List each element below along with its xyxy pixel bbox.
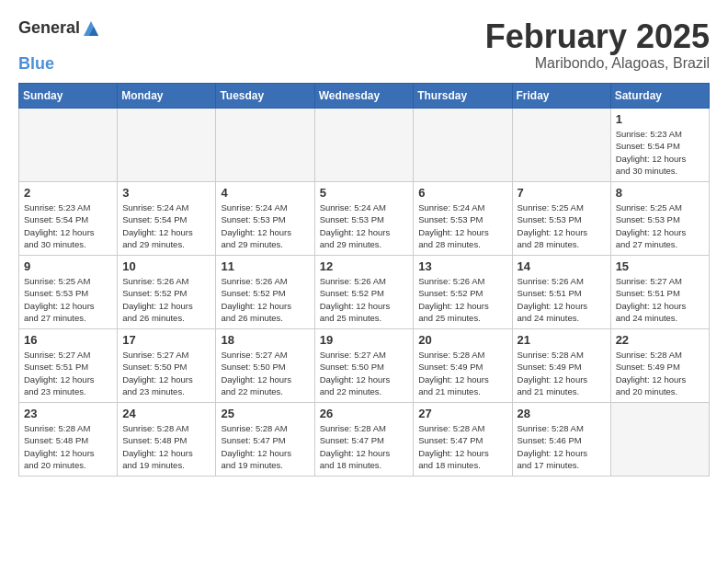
day-number: 23	[24, 407, 112, 420]
day-info: Sunrise: 5:27 AM Sunset: 5:50 PM Dayligh…	[320, 349, 409, 397]
weekday-header-monday: Monday	[118, 84, 216, 109]
day-cell: 27Sunrise: 5:28 AM Sunset: 5:47 PM Dayli…	[414, 403, 512, 477]
day-number: 20	[418, 333, 506, 347]
day-cell	[314, 109, 414, 182]
day-number: 25	[221, 407, 309, 420]
day-cell: 8Sunrise: 5:25 AM Sunset: 5:53 PM Daylig…	[610, 182, 709, 256]
day-cell: 5Sunrise: 5:24 AM Sunset: 5:53 PM Daylig…	[314, 182, 414, 256]
day-cell: 22Sunrise: 5:28 AM Sunset: 5:49 PM Dayli…	[610, 329, 709, 403]
day-info: Sunrise: 5:27 AM Sunset: 5:50 PM Dayligh…	[122, 349, 210, 397]
day-info: Sunrise: 5:24 AM Sunset: 5:54 PM Dayligh…	[122, 201, 210, 250]
day-cell: 6Sunrise: 5:24 AM Sunset: 5:53 PM Daylig…	[414, 182, 512, 256]
day-info: Sunrise: 5:25 AM Sunset: 5:53 PM Dayligh…	[616, 201, 704, 250]
day-cell	[610, 403, 709, 477]
day-number: 16	[24, 333, 112, 347]
day-cell	[118, 109, 216, 182]
day-cell: 13Sunrise: 5:26 AM Sunset: 5:52 PM Dayli…	[414, 256, 512, 329]
weekday-header-thursday: Thursday	[414, 84, 512, 109]
day-number: 9	[24, 259, 112, 273]
calendar-table: SundayMondayTuesdayWednesdayThursdayFrid…	[18, 83, 710, 477]
day-info: Sunrise: 5:28 AM Sunset: 5:47 PM Dayligh…	[418, 422, 506, 471]
header: General Blue February 2025 Maribondo, Al…	[18, 18, 710, 74]
week-row-5: 23Sunrise: 5:28 AM Sunset: 5:48 PM Dayli…	[19, 403, 710, 477]
day-cell: 9Sunrise: 5:25 AM Sunset: 5:53 PM Daylig…	[19, 256, 118, 329]
day-number: 2	[24, 186, 112, 200]
day-cell: 11Sunrise: 5:26 AM Sunset: 5:52 PM Dayli…	[216, 256, 314, 329]
day-cell: 14Sunrise: 5:26 AM Sunset: 5:51 PM Dayli…	[512, 256, 610, 329]
day-cell: 12Sunrise: 5:26 AM Sunset: 5:52 PM Dayli…	[314, 256, 414, 329]
day-cell: 19Sunrise: 5:27 AM Sunset: 5:50 PM Dayli…	[314, 329, 414, 403]
day-cell: 10Sunrise: 5:26 AM Sunset: 5:52 PM Dayli…	[118, 256, 216, 329]
day-info: Sunrise: 5:27 AM Sunset: 5:51 PM Dayligh…	[24, 349, 112, 397]
day-info: Sunrise: 5:26 AM Sunset: 5:52 PM Dayligh…	[122, 275, 210, 324]
day-cell	[19, 109, 118, 182]
day-info: Sunrise: 5:24 AM Sunset: 5:53 PM Dayligh…	[320, 201, 409, 250]
day-info: Sunrise: 5:28 AM Sunset: 5:48 PM Dayligh…	[24, 422, 112, 471]
day-cell	[414, 109, 512, 182]
day-cell: 21Sunrise: 5:28 AM Sunset: 5:49 PM Dayli…	[512, 329, 610, 403]
day-number: 26	[320, 407, 409, 420]
day-number: 14	[518, 259, 606, 273]
day-cell	[216, 109, 314, 182]
day-number: 28	[518, 407, 606, 420]
weekday-header-tuesday: Tuesday	[216, 84, 314, 109]
day-info: Sunrise: 5:28 AM Sunset: 5:46 PM Dayligh…	[518, 422, 606, 471]
day-number: 3	[122, 186, 210, 200]
week-row-2: 2Sunrise: 5:23 AM Sunset: 5:54 PM Daylig…	[19, 182, 710, 256]
logo-text-general: General	[18, 18, 80, 38]
day-info: Sunrise: 5:28 AM Sunset: 5:49 PM Dayligh…	[418, 349, 506, 397]
day-number: 27	[418, 407, 506, 420]
day-number: 11	[221, 259, 309, 273]
day-number: 8	[616, 186, 704, 200]
day-number: 7	[518, 186, 606, 200]
day-cell: 24Sunrise: 5:28 AM Sunset: 5:48 PM Dayli…	[118, 403, 216, 477]
day-info: Sunrise: 5:28 AM Sunset: 5:47 PM Dayligh…	[320, 422, 409, 471]
title-area: February 2025 Maribondo, Alagoas, Brazil	[485, 18, 710, 72]
day-info: Sunrise: 5:26 AM Sunset: 5:52 PM Dayligh…	[418, 275, 506, 324]
day-info: Sunrise: 5:26 AM Sunset: 5:52 PM Dayligh…	[320, 275, 409, 324]
day-info: Sunrise: 5:27 AM Sunset: 5:50 PM Dayligh…	[221, 349, 309, 397]
week-row-4: 16Sunrise: 5:27 AM Sunset: 5:51 PM Dayli…	[19, 329, 710, 403]
day-cell: 20Sunrise: 5:28 AM Sunset: 5:49 PM Dayli…	[414, 329, 512, 403]
day-cell: 15Sunrise: 5:27 AM Sunset: 5:51 PM Dayli…	[610, 256, 709, 329]
day-cell: 17Sunrise: 5:27 AM Sunset: 5:50 PM Dayli…	[118, 329, 216, 403]
day-info: Sunrise: 5:25 AM Sunset: 5:53 PM Dayligh…	[518, 201, 606, 250]
day-info: Sunrise: 5:28 AM Sunset: 5:48 PM Dayligh…	[122, 422, 210, 471]
weekday-header-friday: Friday	[512, 84, 610, 109]
location-title: Maribondo, Alagoas, Brazil	[485, 55, 710, 72]
week-row-1: 1Sunrise: 5:23 AM Sunset: 5:54 PM Daylig…	[19, 109, 710, 182]
weekday-header-row: SundayMondayTuesdayWednesdayThursdayFrid…	[19, 84, 710, 109]
day-number: 5	[320, 186, 409, 200]
day-number: 15	[616, 259, 704, 273]
day-number: 19	[320, 333, 409, 347]
day-number: 21	[518, 333, 606, 347]
day-info: Sunrise: 5:26 AM Sunset: 5:51 PM Dayligh…	[518, 275, 606, 324]
day-number: 18	[221, 333, 309, 347]
day-cell: 2Sunrise: 5:23 AM Sunset: 5:54 PM Daylig…	[19, 182, 118, 256]
day-number: 4	[221, 186, 309, 200]
day-number: 1	[616, 112, 704, 126]
day-info: Sunrise: 5:27 AM Sunset: 5:51 PM Dayligh…	[616, 275, 704, 324]
day-info: Sunrise: 5:24 AM Sunset: 5:53 PM Dayligh…	[221, 201, 309, 250]
weekday-header-wednesday: Wednesday	[314, 84, 414, 109]
month-title: February 2025	[485, 18, 710, 55]
day-cell: 28Sunrise: 5:28 AM Sunset: 5:46 PM Dayli…	[512, 403, 610, 477]
day-info: Sunrise: 5:25 AM Sunset: 5:53 PM Dayligh…	[24, 275, 112, 324]
weekday-header-saturday: Saturday	[610, 84, 709, 109]
day-info: Sunrise: 5:28 AM Sunset: 5:49 PM Dayligh…	[616, 349, 704, 397]
day-cell: 3Sunrise: 5:24 AM Sunset: 5:54 PM Daylig…	[118, 182, 216, 256]
day-info: Sunrise: 5:23 AM Sunset: 5:54 PM Dayligh…	[616, 128, 704, 177]
logo-text-blue: Blue	[18, 54, 54, 74]
day-cell: 16Sunrise: 5:27 AM Sunset: 5:51 PM Dayli…	[19, 329, 118, 403]
day-info: Sunrise: 5:23 AM Sunset: 5:54 PM Dayligh…	[24, 201, 112, 250]
day-cell: 18Sunrise: 5:27 AM Sunset: 5:50 PM Dayli…	[216, 329, 314, 403]
day-cell: 23Sunrise: 5:28 AM Sunset: 5:48 PM Dayli…	[19, 403, 118, 477]
day-number: 10	[122, 259, 210, 273]
day-info: Sunrise: 5:26 AM Sunset: 5:52 PM Dayligh…	[221, 275, 309, 324]
day-cell: 25Sunrise: 5:28 AM Sunset: 5:47 PM Dayli…	[216, 403, 314, 477]
week-row-3: 9Sunrise: 5:25 AM Sunset: 5:53 PM Daylig…	[19, 256, 710, 329]
day-info: Sunrise: 5:24 AM Sunset: 5:53 PM Dayligh…	[418, 201, 506, 250]
day-number: 22	[616, 333, 704, 347]
day-cell: 26Sunrise: 5:28 AM Sunset: 5:47 PM Dayli…	[314, 403, 414, 477]
logo-icon	[82, 19, 100, 38]
